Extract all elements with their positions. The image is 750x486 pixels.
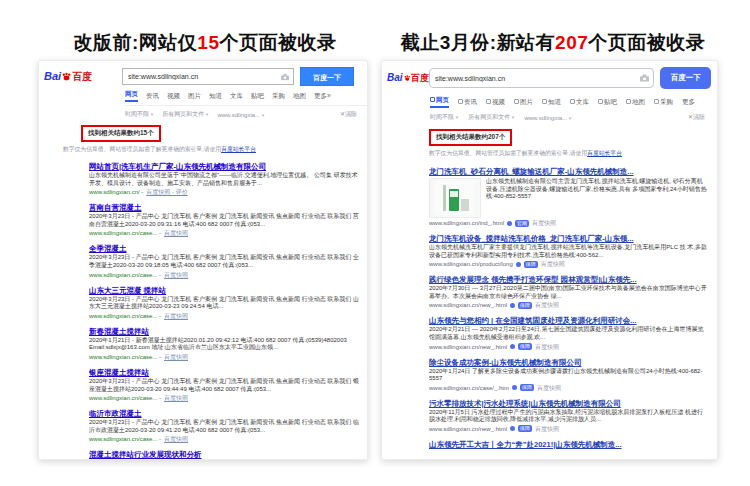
result-title-link[interactable]: 临沂市政混凝土 [89, 409, 361, 418]
result-title-link[interactable]: 全季混凝土 [89, 244, 361, 253]
search-result: 网站首页|洗车机生产厂家-山东领先机械制造有限公司 山东领先机械制造有限公司坐落… [89, 162, 361, 196]
result-url: www.sdlingxian.cn/new_.html [429, 425, 507, 433]
result-count-highlight: 找到相关结果数约15个 [81, 125, 161, 142]
tab-image[interactable]: 图片 [514, 98, 533, 107]
filter-time[interactable]: 时间不限 ▾ [125, 110, 153, 119]
result-title-link[interactable]: 龙门洗车机_砂石分离机_螺旋输送机厂家-山东领先机械制造... [429, 167, 707, 176]
cart-icon [654, 99, 659, 104]
result-url: www.sdlingxian.cn/ - [89, 188, 143, 196]
result-title-link[interactable]: 龙门洗车机设备_搅拌站洗车机价格_龙门洗车机厂家-山东领... [429, 234, 707, 243]
tab-wenku[interactable]: 文库 [570, 98, 589, 107]
result-url: www.sdlingxian.cn/ind_.html [429, 219, 504, 227]
tab-caigou[interactable]: 采购 [654, 98, 673, 107]
snapshot-link[interactable]: 百度快照 [535, 343, 559, 351]
webmaster-platform-link[interactable]: 百度站长平台 [221, 146, 256, 152]
tab-map[interactable]: 地图 [293, 92, 306, 101]
snapshot-link[interactable]: 百度快照 [541, 260, 565, 268]
tab-web[interactable]: 网页 [430, 96, 449, 108]
result-title-link[interactable]: 山东大三元混凝 搅拌站 [89, 286, 361, 295]
tab-map[interactable]: 地图 [626, 98, 645, 107]
filter-filetype[interactable]: 所有网页和文件 ▾ [468, 113, 514, 122]
search-input[interactable] [123, 69, 293, 84]
search-button[interactable]: 百度一下 [660, 67, 711, 89]
result-title-link[interactable]: 新春混凝土搅拌站 [89, 327, 361, 336]
guarantee-badge: 保障 [524, 261, 538, 268]
result-title-link[interactable]: 践行绿色发展理念 领先携手打造环保型 园林观赏型|山东领先... [429, 275, 707, 284]
clear-filters-button[interactable]: ✕清除 [340, 110, 357, 119]
logo-latin: Bai [44, 71, 61, 82]
snapshot-link[interactable]: 百度快照 - 评价 [146, 188, 187, 196]
snapshot-link[interactable]: 百度快照 [164, 271, 188, 279]
doc-icon [570, 99, 575, 104]
verified-icon [507, 221, 512, 226]
result-title-link[interactable]: 银座混凝土搅拌站 [89, 368, 361, 377]
snapshot-link[interactable]: 百度快照 [537, 384, 561, 392]
result-title-link[interactable]: 混凝土搅拌站行业发展现状和分析 [89, 450, 361, 459]
tab-tieba[interactable]: 贴吧 [251, 92, 264, 101]
tab-more[interactable]: 更多 [682, 98, 695, 107]
tab-video[interactable]: 视频 [486, 98, 505, 107]
webmaster-platform-link[interactable]: 百度站长平台 [587, 150, 622, 156]
screenshot-new-serp: Bai 百度 百度一下 网页 资讯 视频 图片 知道 文库 贴吧 地图 采购 更… [381, 60, 718, 460]
caption-text: 截止3月份:新站有 [401, 32, 555, 53]
snapshot-link[interactable]: 百度快照 [164, 353, 188, 361]
image-icon [514, 99, 519, 104]
result-description: 2020年11月5日 污水处理过程中产生的污泥由水泵抽取,经污泥浓缩机脱水后排泥… [429, 409, 707, 424]
result-title-link[interactable]: 莒南自营混凝土 [89, 203, 361, 212]
tab-caigou[interactable]: 采购 [272, 92, 285, 101]
tab-web[interactable]: 网页 [125, 90, 138, 102]
snapshot-link[interactable]: 百度快照 [164, 229, 188, 237]
guarantee-badge: 保障 [518, 343, 532, 350]
search-box [429, 68, 654, 88]
tab-zhidao[interactable]: 知道 [542, 98, 561, 107]
tab-video[interactable]: 视频 [167, 92, 180, 101]
filter-filetype[interactable]: 所有网页和文件 ▾ [162, 110, 208, 119]
baidu-logo: Bai 百度 [44, 71, 122, 82]
guarantee-badge: 保障 [518, 425, 532, 432]
map-pin-icon [626, 99, 631, 104]
snapshot-link[interactable]: 百度快照 [164, 394, 188, 402]
filter-site[interactable]: www.sdlingxia... ▾ [524, 115, 571, 121]
search-result: 混凝土搅拌站行业发展现状和分析 2020年3月20日 - 商品混凝土作为 “朝阳… [89, 450, 361, 460]
forum-icon [598, 99, 603, 104]
search-button[interactable]: 百度一下 [300, 67, 354, 86]
tab-zhidao[interactable]: 知道 [209, 92, 222, 101]
snapshot-link[interactable]: 百度快照 [532, 219, 556, 227]
result-title-link[interactable]: 污水零排放技术|污水处理系统|山东领先机械制造有限公司 [429, 399, 707, 408]
search-result: 山东领先与您相约 | 在全国建筑固废处理及资源化利用研讨会... 2020年2月… [429, 316, 707, 350]
result-description: 山东领先机械制造有限公司坐落于“中国物流之都”——临沂,交通便利,地理位置优越。… [89, 172, 361, 187]
tab-image[interactable]: 图片 [188, 92, 201, 101]
snapshot-link[interactable]: 百度快照 [535, 301, 559, 309]
result-description: 2020年3月23日 - 产品中心 龙门洗车机 客户案例 龙门洗车机 新闻资讯 … [89, 419, 361, 434]
filter-site[interactable]: www.sdlingxia... ▾ [217, 112, 264, 118]
verified-icon [516, 262, 521, 267]
tab-news[interactable]: 资讯 [146, 92, 159, 101]
result-title-link[interactable]: 网站首页|洗车机生产厂家-山东领先机械制造有限公司 [89, 162, 361, 171]
clear-filters-button[interactable]: ✕清除 [688, 113, 705, 122]
search-result: 污水零排放技术|污水处理系统|山东领先机械制造有限公司 2020年11月5日 污… [429, 399, 707, 433]
snapshot-link[interactable]: 百度快照 [535, 425, 559, 433]
camera-icon[interactable] [640, 74, 649, 82]
paw-icon [404, 74, 410, 82]
tab-wenku[interactable]: 文库 [230, 92, 243, 101]
result-title-link[interactable]: 除尘设备成功案例-山东领先机械制造有限公司 [429, 358, 707, 367]
tab-more[interactable]: 更多» [314, 92, 331, 101]
result-title-link[interactable]: 山东领先开工大吉丨全力“奔”赴2021!|山东领先机械制造... [429, 440, 707, 449]
question-icon [542, 99, 547, 104]
search-header: Bai 百度 百度一下 [39, 61, 367, 90]
news-icon [458, 99, 463, 104]
tab-news[interactable]: 资讯 [458, 98, 477, 107]
result-description: 2020年7月30日 — 3月27日,2020第二届中国(南京)国际工业环保技术… [429, 285, 707, 300]
tab-tieba[interactable]: 贴吧 [598, 98, 617, 107]
official-badge: 官网 [515, 220, 529, 227]
search-input[interactable] [430, 69, 653, 87]
snapshot-link[interactable]: 百度快照 [164, 435, 188, 443]
result-description: 2020年2月21日 — 2020年2月22日至24日,第七届全国建筑固废处理及… [429, 326, 707, 341]
result-url: www.sdlingxian.cn/case... - [89, 229, 161, 237]
search-result: 新春混凝土搅拌站 2020年1月21日 - 新春混凝土搅拌站2020.01.20… [89, 327, 361, 361]
camera-icon[interactable] [281, 73, 289, 80]
result-title-link[interactable]: 山东领先与您相约 | 在全国建筑固废处理及资源化利用研讨会... [429, 316, 707, 325]
result-thumbnail[interactable] [429, 178, 481, 218]
snapshot-link[interactable]: 百度快照 [164, 312, 188, 320]
filter-time[interactable]: 时间不限 ▾ [430, 113, 458, 122]
